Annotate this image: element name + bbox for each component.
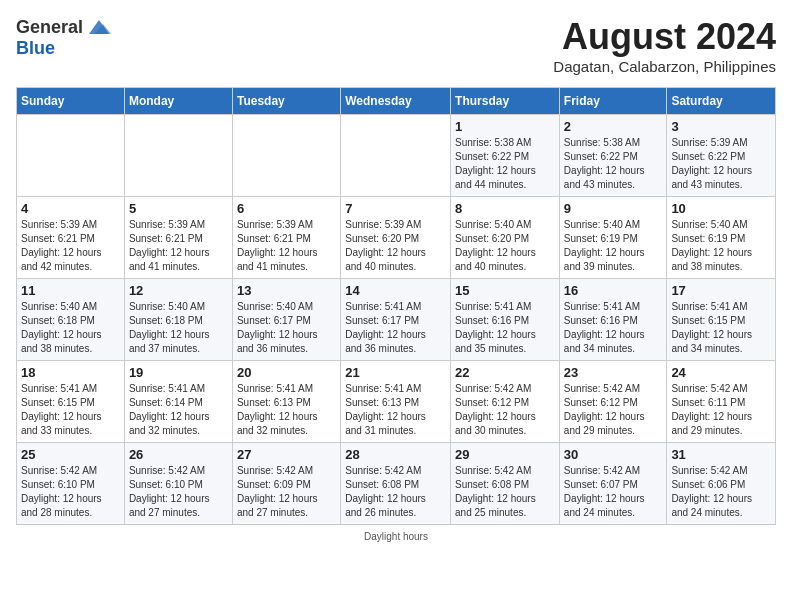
logo-general-text: General xyxy=(16,17,83,38)
day-number: 4 xyxy=(21,201,120,216)
table-row: 13Sunrise: 5:40 AM Sunset: 6:17 PM Dayli… xyxy=(232,279,340,361)
day-number: 2 xyxy=(564,119,663,134)
calendar-table: Sunday Monday Tuesday Wednesday Thursday… xyxy=(16,87,776,525)
col-friday: Friday xyxy=(559,88,667,115)
day-info: Sunrise: 5:42 AM Sunset: 6:08 PM Dayligh… xyxy=(345,464,446,520)
daylight-footer-label: Daylight hours xyxy=(16,531,776,542)
calendar-week-5: 25Sunrise: 5:42 AM Sunset: 6:10 PM Dayli… xyxy=(17,443,776,525)
col-sunday: Sunday xyxy=(17,88,125,115)
day-info: Sunrise: 5:39 AM Sunset: 6:20 PM Dayligh… xyxy=(345,218,446,274)
table-row: 6Sunrise: 5:39 AM Sunset: 6:21 PM Daylig… xyxy=(232,197,340,279)
day-info: Sunrise: 5:38 AM Sunset: 6:22 PM Dayligh… xyxy=(455,136,555,192)
day-number: 11 xyxy=(21,283,120,298)
table-row: 10Sunrise: 5:40 AM Sunset: 6:19 PM Dayli… xyxy=(667,197,776,279)
day-info: Sunrise: 5:41 AM Sunset: 6:14 PM Dayligh… xyxy=(129,382,228,438)
calendar-week-1: 1Sunrise: 5:38 AM Sunset: 6:22 PM Daylig… xyxy=(17,115,776,197)
month-title: August 2024 xyxy=(553,16,776,58)
table-row: 17Sunrise: 5:41 AM Sunset: 6:15 PM Dayli… xyxy=(667,279,776,361)
day-info: Sunrise: 5:42 AM Sunset: 6:12 PM Dayligh… xyxy=(564,382,663,438)
day-info: Sunrise: 5:41 AM Sunset: 6:16 PM Dayligh… xyxy=(564,300,663,356)
day-info: Sunrise: 5:39 AM Sunset: 6:21 PM Dayligh… xyxy=(21,218,120,274)
day-number: 1 xyxy=(455,119,555,134)
day-number: 13 xyxy=(237,283,336,298)
day-number: 14 xyxy=(345,283,446,298)
table-row: 18Sunrise: 5:41 AM Sunset: 6:15 PM Dayli… xyxy=(17,361,125,443)
day-info: Sunrise: 5:42 AM Sunset: 6:06 PM Dayligh… xyxy=(671,464,771,520)
table-row: 30Sunrise: 5:42 AM Sunset: 6:07 PM Dayli… xyxy=(559,443,667,525)
day-number: 19 xyxy=(129,365,228,380)
table-row: 21Sunrise: 5:41 AM Sunset: 6:13 PM Dayli… xyxy=(341,361,451,443)
table-row: 20Sunrise: 5:41 AM Sunset: 6:13 PM Dayli… xyxy=(232,361,340,443)
table-row: 26Sunrise: 5:42 AM Sunset: 6:10 PM Dayli… xyxy=(124,443,232,525)
col-thursday: Thursday xyxy=(451,88,560,115)
table-row: 9Sunrise: 5:40 AM Sunset: 6:19 PM Daylig… xyxy=(559,197,667,279)
table-row: 27Sunrise: 5:42 AM Sunset: 6:09 PM Dayli… xyxy=(232,443,340,525)
day-number: 25 xyxy=(21,447,120,462)
page-header: General Blue August 2024 Dagatan, Calaba… xyxy=(16,16,776,75)
calendar-week-4: 18Sunrise: 5:41 AM Sunset: 6:15 PM Dayli… xyxy=(17,361,776,443)
col-monday: Monday xyxy=(124,88,232,115)
day-number: 17 xyxy=(671,283,771,298)
day-number: 28 xyxy=(345,447,446,462)
day-info: Sunrise: 5:42 AM Sunset: 6:08 PM Dayligh… xyxy=(455,464,555,520)
table-row xyxy=(232,115,340,197)
day-info: Sunrise: 5:39 AM Sunset: 6:21 PM Dayligh… xyxy=(237,218,336,274)
day-number: 26 xyxy=(129,447,228,462)
logo-icon xyxy=(85,16,113,38)
logo: General Blue xyxy=(16,16,113,59)
table-row: 31Sunrise: 5:42 AM Sunset: 6:06 PM Dayli… xyxy=(667,443,776,525)
table-row: 15Sunrise: 5:41 AM Sunset: 6:16 PM Dayli… xyxy=(451,279,560,361)
day-number: 20 xyxy=(237,365,336,380)
day-number: 27 xyxy=(237,447,336,462)
day-number: 12 xyxy=(129,283,228,298)
col-wednesday: Wednesday xyxy=(341,88,451,115)
col-tuesday: Tuesday xyxy=(232,88,340,115)
table-row: 29Sunrise: 5:42 AM Sunset: 6:08 PM Dayli… xyxy=(451,443,560,525)
day-info: Sunrise: 5:40 AM Sunset: 6:18 PM Dayligh… xyxy=(21,300,120,356)
table-row: 3Sunrise: 5:39 AM Sunset: 6:22 PM Daylig… xyxy=(667,115,776,197)
table-row xyxy=(341,115,451,197)
day-info: Sunrise: 5:41 AM Sunset: 6:15 PM Dayligh… xyxy=(21,382,120,438)
day-number: 9 xyxy=(564,201,663,216)
day-info: Sunrise: 5:41 AM Sunset: 6:16 PM Dayligh… xyxy=(455,300,555,356)
col-saturday: Saturday xyxy=(667,88,776,115)
day-info: Sunrise: 5:40 AM Sunset: 6:19 PM Dayligh… xyxy=(564,218,663,274)
day-number: 8 xyxy=(455,201,555,216)
day-info: Sunrise: 5:41 AM Sunset: 6:17 PM Dayligh… xyxy=(345,300,446,356)
day-number: 24 xyxy=(671,365,771,380)
day-number: 10 xyxy=(671,201,771,216)
table-row: 12Sunrise: 5:40 AM Sunset: 6:18 PM Dayli… xyxy=(124,279,232,361)
day-info: Sunrise: 5:40 AM Sunset: 6:18 PM Dayligh… xyxy=(129,300,228,356)
day-info: Sunrise: 5:39 AM Sunset: 6:22 PM Dayligh… xyxy=(671,136,771,192)
table-row: 14Sunrise: 5:41 AM Sunset: 6:17 PM Dayli… xyxy=(341,279,451,361)
table-row: 19Sunrise: 5:41 AM Sunset: 6:14 PM Dayli… xyxy=(124,361,232,443)
day-number: 31 xyxy=(671,447,771,462)
day-number: 23 xyxy=(564,365,663,380)
day-info: Sunrise: 5:42 AM Sunset: 6:10 PM Dayligh… xyxy=(129,464,228,520)
day-info: Sunrise: 5:39 AM Sunset: 6:21 PM Dayligh… xyxy=(129,218,228,274)
table-row: 24Sunrise: 5:42 AM Sunset: 6:11 PM Dayli… xyxy=(667,361,776,443)
table-row: 2Sunrise: 5:38 AM Sunset: 6:22 PM Daylig… xyxy=(559,115,667,197)
day-info: Sunrise: 5:40 AM Sunset: 6:19 PM Dayligh… xyxy=(671,218,771,274)
table-row: 16Sunrise: 5:41 AM Sunset: 6:16 PM Dayli… xyxy=(559,279,667,361)
table-row xyxy=(124,115,232,197)
logo-blue-text: Blue xyxy=(16,38,55,59)
table-row: 11Sunrise: 5:40 AM Sunset: 6:18 PM Dayli… xyxy=(17,279,125,361)
table-row xyxy=(17,115,125,197)
day-number: 16 xyxy=(564,283,663,298)
day-number: 5 xyxy=(129,201,228,216)
day-number: 6 xyxy=(237,201,336,216)
table-row: 1Sunrise: 5:38 AM Sunset: 6:22 PM Daylig… xyxy=(451,115,560,197)
calendar-week-3: 11Sunrise: 5:40 AM Sunset: 6:18 PM Dayli… xyxy=(17,279,776,361)
day-info: Sunrise: 5:41 AM Sunset: 6:13 PM Dayligh… xyxy=(345,382,446,438)
day-number: 18 xyxy=(21,365,120,380)
day-info: Sunrise: 5:41 AM Sunset: 6:13 PM Dayligh… xyxy=(237,382,336,438)
day-info: Sunrise: 5:42 AM Sunset: 6:10 PM Dayligh… xyxy=(21,464,120,520)
day-info: Sunrise: 5:41 AM Sunset: 6:15 PM Dayligh… xyxy=(671,300,771,356)
table-row: 28Sunrise: 5:42 AM Sunset: 6:08 PM Dayli… xyxy=(341,443,451,525)
table-row: 22Sunrise: 5:42 AM Sunset: 6:12 PM Dayli… xyxy=(451,361,560,443)
day-info: Sunrise: 5:38 AM Sunset: 6:22 PM Dayligh… xyxy=(564,136,663,192)
table-row: 7Sunrise: 5:39 AM Sunset: 6:20 PM Daylig… xyxy=(341,197,451,279)
day-number: 29 xyxy=(455,447,555,462)
location: Dagatan, Calabarzon, Philippines xyxy=(553,58,776,75)
